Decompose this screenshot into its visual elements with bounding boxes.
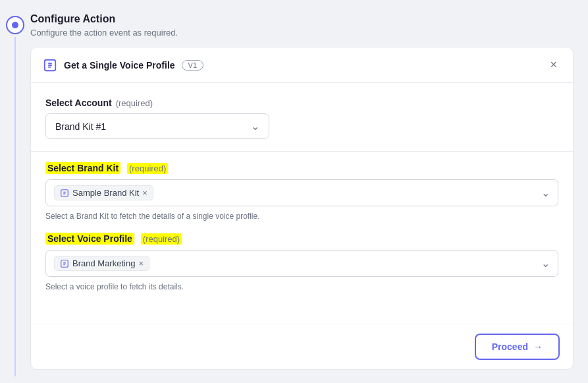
step-circle xyxy=(6,16,24,34)
voice-profile-label-text: Select Voice Profile xyxy=(45,233,134,245)
brand-kit-tag-remove[interactable]: × xyxy=(142,189,147,197)
proceed-button[interactable]: Proceed → xyxy=(475,334,560,360)
page-title: Configure Action xyxy=(30,13,574,25)
step-circle-inner xyxy=(12,22,18,28)
brand-kit-label-text: Select Brand Kit xyxy=(45,162,120,174)
voice-profile-tag-icon xyxy=(60,259,69,268)
voice-profile-tag-remove[interactable]: × xyxy=(138,259,144,268)
card-header: Get a Single Voice Profile V1 × xyxy=(31,47,573,83)
account-selected-value: Brand Kit #1 xyxy=(55,121,106,132)
card-footer: Proceed → xyxy=(31,324,573,369)
card-header-left: Get a Single Voice Profile V1 xyxy=(43,58,203,73)
bottom-section: Select Brand Kit (required) Sample Br xyxy=(31,152,573,302)
configure-card: Get a Single Voice Profile V1 × Select A… xyxy=(30,47,574,370)
page-wrapper: Configure Action Configure the action ev… xyxy=(0,0,588,383)
account-dropdown[interactable]: Brand Kit #1 ⌄ xyxy=(45,113,269,139)
brand-kit-tag-label: Sample Brand Kit xyxy=(72,188,139,198)
voice-profile-label: Select Voice Profile (required) xyxy=(45,233,558,245)
main-content: Configure Action Configure the action ev… xyxy=(30,7,581,376)
voice-profile-tag: Brand Marketing × xyxy=(54,256,149,271)
voice-profile-tag-label: Brand Marketing xyxy=(72,258,135,268)
close-button[interactable]: × xyxy=(546,57,561,73)
account-section: Select Account(required) Brand Kit #1 ⌄ xyxy=(31,83,573,151)
account-label: Select Account(required) xyxy=(45,98,558,108)
page-subtitle: Configure the action event as required. xyxy=(30,28,574,38)
voice-profile-chevron-icon: ⌄ xyxy=(541,257,550,270)
chevron-down-icon: ⌄ xyxy=(251,120,259,133)
voice-profile-icon xyxy=(43,58,57,73)
brand-kit-tag-icon xyxy=(60,189,69,198)
card-title: Get a Single Voice Profile xyxy=(64,60,175,71)
voice-profile-required: (required) xyxy=(141,233,182,245)
brand-kit-field-section: Select Brand Kit (required) Sample Br xyxy=(45,162,558,221)
brand-kit-tags: Sample Brand Kit × xyxy=(54,185,153,200)
version-badge: V1 xyxy=(182,60,203,71)
brand-kit-label: Select Brand Kit (required) xyxy=(45,162,558,174)
card-spacer xyxy=(31,302,573,324)
voice-profile-helper: Select a voice profile to fetch its deta… xyxy=(45,282,558,291)
voice-profile-field-section: Select Voice Profile (required) Brand xyxy=(45,233,558,291)
voice-profile-tags: Brand Marketing × xyxy=(54,256,149,271)
account-field-section: Select Account(required) Brand Kit #1 ⌄ xyxy=(45,98,558,139)
step-rail xyxy=(0,7,30,376)
proceed-arrow-icon: → xyxy=(533,341,543,352)
brand-kit-dropdown[interactable]: Sample Brand Kit × ⌄ xyxy=(45,179,558,206)
brand-kit-helper: Select a Brand Kit to fetch the details … xyxy=(45,212,558,221)
proceed-label: Proceed xyxy=(492,341,528,352)
voice-profile-dropdown[interactable]: Brand Marketing × ⌄ xyxy=(45,250,558,277)
brand-kit-tag: Sample Brand Kit × xyxy=(54,185,153,200)
brand-kit-required: (required) xyxy=(127,163,168,174)
brand-kit-chevron-icon: ⌄ xyxy=(541,187,550,199)
step-line xyxy=(14,37,16,376)
